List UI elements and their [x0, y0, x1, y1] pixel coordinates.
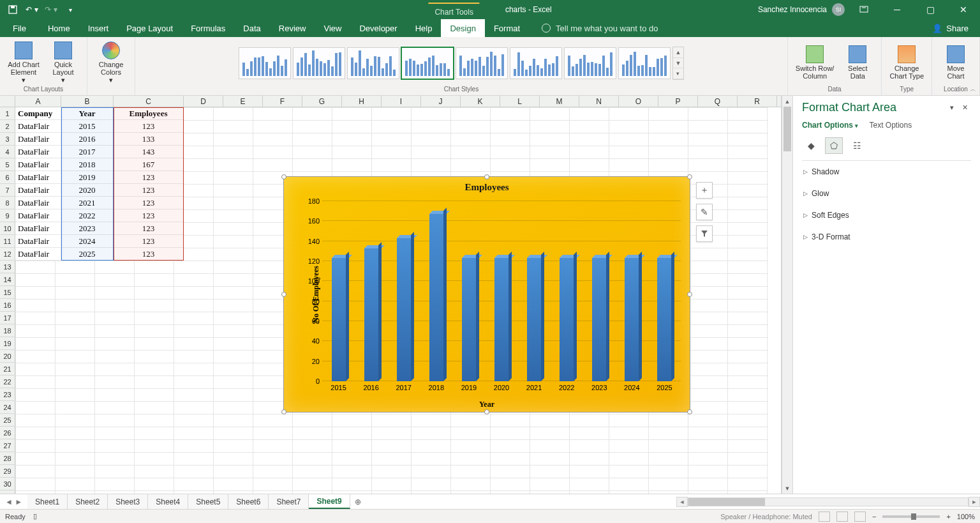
row-header[interactable]: 24 — [0, 401, 15, 414]
tab-view[interactable]: View — [315, 19, 350, 37]
pane-tab-chart-options[interactable]: Chart Options — [802, 121, 858, 130]
share-button[interactable]: 👤 Share — [921, 19, 980, 37]
zoom-level[interactable]: 100% — [957, 513, 975, 520]
row-header[interactable]: 23 — [0, 388, 15, 401]
row-header[interactable]: 15 — [0, 286, 15, 299]
scroll-up-icon[interactable]: ▲ — [782, 96, 792, 107]
collapse-ribbon-icon[interactable]: ︿ — [970, 85, 976, 94]
tab-review[interactable]: Review — [270, 19, 315, 37]
column-header[interactable]: E — [223, 96, 263, 107]
pane-section[interactable]: Glow — [802, 183, 971, 204]
chart-bar[interactable] — [657, 258, 671, 381]
cell-B9[interactable]: 2022 — [61, 209, 114, 222]
row-header[interactable]: 6 — [0, 171, 15, 184]
resize-handle[interactable] — [484, 174, 489, 179]
row-header[interactable]: 16 — [0, 299, 15, 312]
scroll-thumb[interactable] — [783, 107, 791, 151]
minimize-button[interactable]: ─ — [883, 1, 911, 19]
effects-icon[interactable]: ⬠ — [825, 137, 843, 154]
cell-A9[interactable]: DataFlair — [15, 209, 61, 222]
cell-B1[interactable]: Year — [61, 107, 114, 120]
move-chart-button[interactable]: Move Chart — [939, 44, 973, 81]
chart-style-thumb[interactable] — [239, 47, 291, 79]
cell-B5[interactable]: 2018 — [61, 158, 114, 171]
chart-plot-area[interactable]: 0204060801001201401601802015201620172018… — [322, 201, 681, 381]
tab-data[interactable]: Data — [234, 19, 269, 37]
select-all-corner[interactable] — [0, 96, 15, 107]
column-header[interactable]: I — [382, 96, 421, 107]
column-header[interactable]: B — [61, 96, 114, 107]
tab-file[interactable]: File — [0, 19, 39, 37]
tab-insert[interactable]: Insert — [79, 19, 118, 37]
fill-line-icon[interactable]: ◆ — [802, 137, 820, 154]
quick-layout-button[interactable]: Quick Layout ▾ — [46, 40, 80, 85]
change-colors-button[interactable]: Change Colors ▾ — [94, 40, 128, 85]
pane-section[interactable]: 3-D Format — [802, 226, 971, 248]
cell-A5[interactable]: DataFlair — [15, 158, 61, 171]
tab-page-layout[interactable]: Page Layout — [117, 19, 182, 37]
add-chart-element-button[interactable]: Add Chart Element ▾ — [6, 40, 41, 85]
cell-C4[interactable]: 143 — [114, 146, 184, 158]
row-header[interactable]: 21 — [0, 363, 15, 375]
cell-B10[interactable]: 2023 — [61, 222, 114, 235]
change-chart-type-button[interactable]: Change Chart Type — [888, 44, 925, 81]
chart-styles-button[interactable]: ✎ — [696, 204, 713, 220]
cell-B12[interactable]: 2025 — [61, 248, 114, 261]
row-header[interactable]: 5 — [0, 158, 15, 171]
pane-section[interactable]: Soft Edges — [802, 204, 971, 226]
row-header[interactable]: 13 — [0, 261, 15, 273]
sheet-tab[interactable]: Sheet4 — [148, 494, 188, 509]
row-header[interactable]: 3 — [0, 133, 15, 146]
row-header[interactable]: 29 — [0, 465, 15, 478]
cell-B3[interactable]: 2016 — [61, 133, 114, 146]
row-header[interactable]: 4 — [0, 146, 15, 158]
row-header[interactable]: 1 — [0, 107, 15, 120]
cell-A10[interactable]: DataFlair — [15, 222, 61, 235]
column-header[interactable]: N — [579, 96, 619, 107]
cell-C5[interactable]: 167 — [114, 158, 184, 171]
chart-style-thumb[interactable] — [618, 47, 671, 79]
resize-handle[interactable] — [687, 174, 692, 179]
cell-A7[interactable]: DataFlair — [15, 184, 61, 197]
cell-B8[interactable]: 2021 — [61, 197, 114, 209]
row-header[interactable]: 12 — [0, 248, 15, 261]
row-header[interactable]: 25 — [0, 414, 15, 427]
tab-formulas[interactable]: Formulas — [182, 19, 234, 37]
normal-view-icon[interactable] — [819, 512, 830, 522]
row-header[interactable]: 14 — [0, 273, 15, 286]
chart-elements-button[interactable]: ＋ — [696, 182, 713, 199]
size-properties-icon[interactable]: ☷ — [848, 137, 866, 154]
column-header[interactable]: O — [619, 96, 658, 107]
pane-close-icon[interactable]: ✕ — [958, 102, 971, 114]
column-header[interactable]: G — [302, 96, 342, 107]
row-header[interactable]: 20 — [0, 350, 15, 363]
pane-section[interactable]: Shadow — [802, 161, 971, 183]
tell-me-search[interactable]: Tell me what you want to do — [529, 19, 658, 37]
hscroll-right-icon[interactable]: ► — [969, 497, 980, 507]
cell-A12[interactable]: DataFlair — [15, 248, 61, 261]
sheet-tab[interactable]: Sheet1 — [27, 494, 68, 509]
column-header[interactable]: R — [738, 96, 777, 107]
column-header[interactable]: C — [114, 96, 184, 107]
cell-C8[interactable]: 123 — [114, 197, 184, 209]
resize-handle[interactable] — [281, 292, 286, 297]
zoom-slider[interactable] — [882, 515, 940, 518]
cell-C7[interactable]: 123 — [114, 184, 184, 197]
row-header[interactable]: 28 — [0, 452, 15, 465]
cell-C2[interactable]: 123 — [114, 120, 184, 133]
column-header[interactable]: P — [658, 96, 698, 107]
gallery-scroll[interactable]: ▲▼▾ — [672, 47, 684, 80]
row-header[interactable]: 27 — [0, 439, 15, 452]
row-header[interactable]: 8 — [0, 197, 15, 209]
column-header[interactable]: D — [184, 96, 223, 107]
qat-customize-icon[interactable]: ▾ — [61, 2, 79, 17]
cell-A4[interactable]: DataFlair — [15, 146, 61, 158]
column-header[interactable]: H — [342, 96, 382, 107]
chart-y-axis-label[interactable]: No Of Employees — [311, 266, 321, 322]
chart-style-thumb[interactable] — [456, 47, 508, 79]
tab-design[interactable]: Design — [441, 19, 484, 37]
cell-A11[interactable]: DataFlair — [15, 235, 61, 248]
macro-record-icon[interactable]: ▯ — [33, 512, 37, 520]
cell-B4[interactable]: 2017 — [61, 146, 114, 158]
ribbon-display-options-icon[interactable] — [850, 1, 878, 19]
